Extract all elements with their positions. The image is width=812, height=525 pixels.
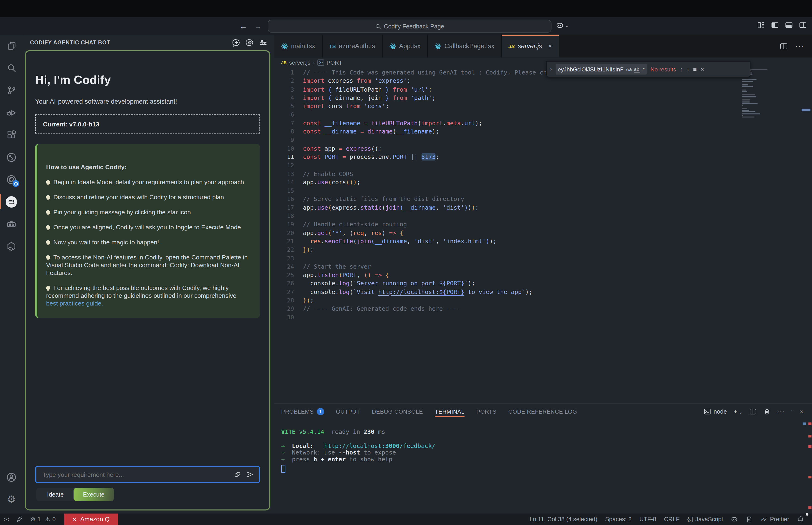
tab-code-reference-log[interactable]: CODE REFERENCE LOG	[508, 404, 577, 419]
cursor-position[interactable]: Ln 11, Col 38 (4 selected)	[526, 513, 601, 525]
close-panel-icon[interactable]: ×	[800, 408, 803, 415]
code-line[interactable]: 4import { dirname, join } from 'path';	[274, 94, 622, 102]
trash-icon[interactable]	[763, 408, 770, 415]
find-input[interactable]: eyJhbGciOiJSUzI1NiIsInF Aa ab .*	[556, 64, 647, 75]
code-line[interactable]: 28});	[274, 296, 622, 304]
editor-more-actions-icon[interactable]: ···	[795, 41, 805, 51]
tab-terminal[interactable]: TERMINAL	[435, 404, 464, 419]
code-line[interactable]: 17app.use(express.static(join(__dirname,…	[274, 203, 622, 212]
file-code-status[interactable]	[742, 513, 756, 525]
close-icon[interactable]: ×	[548, 43, 552, 50]
activitybar-extensions[interactable]	[0, 124, 23, 146]
toggle-replace-icon[interactable]: ›	[550, 65, 552, 73]
code-line[interactable]: 16// Serve static files from the dist di…	[274, 195, 622, 203]
command-center-search[interactable]: Codify Feedback Page	[267, 20, 551, 33]
code-line[interactable]: 30	[274, 313, 622, 321]
tab-app-tsx[interactable]: App.tsx	[383, 35, 428, 58]
line-number[interactable]: 13	[274, 170, 303, 178]
attach-link-icon[interactable]	[233, 471, 241, 479]
activitybar-accounts[interactable]	[0, 466, 23, 488]
copilot-status[interactable]	[727, 513, 742, 525]
tab-azureauth-ts[interactable]: TS azureAuth.ts	[322, 35, 383, 58]
whole-word-icon[interactable]: ab	[634, 66, 639, 72]
terminal-output[interactable]: VITE v5.4.14 ready in 230 ms→ Local: htt…	[281, 429, 435, 473]
activitybar-source-control[interactable]	[0, 79, 23, 102]
tab-output[interactable]: OUTPUT	[336, 404, 360, 419]
code-line[interactable]: 2import express from 'express';	[274, 77, 622, 85]
chat-history-icon[interactable]	[246, 39, 254, 46]
line-number[interactable]: 15	[274, 186, 303, 195]
code-line[interactable]: 20app.get('*', (req, res) => {	[274, 229, 622, 237]
line-number[interactable]: 10	[274, 144, 303, 153]
activitybar-history-tool[interactable]	[0, 168, 23, 191]
tab-debug-console[interactable]: DEBUG CONSOLE	[372, 404, 423, 419]
nav-back-icon[interactable]: ←	[238, 21, 249, 31]
code-line[interactable]: 5import cors from 'cors';	[274, 102, 622, 110]
line-number[interactable]: 11	[274, 153, 303, 161]
code-line[interactable]: 8const __dirname = dirname(__filename);	[274, 127, 622, 136]
new-chat-icon[interactable]	[233, 39, 240, 46]
code-line[interactable]: 11const PORT = process.env.PORT || 5173;	[274, 153, 622, 161]
line-number[interactable]: 27	[274, 288, 303, 296]
code-line[interactable]: 18	[274, 212, 622, 220]
toggle-panel-icon[interactable]	[785, 21, 793, 29]
line-number[interactable]: 2	[274, 77, 303, 85]
line-number[interactable]: 1	[274, 69, 303, 77]
ideate-button[interactable]: Ideate	[36, 487, 75, 501]
code-line[interactable]: 27 console.log(`Visit http://localhost:$…	[274, 288, 622, 296]
breadcrumb-file[interactable]: server.js	[289, 59, 310, 65]
code-line[interactable]: 25app.listen(PORT, () => {	[274, 271, 622, 279]
formatter-status[interactable]: ✓✓ Prettier	[757, 513, 793, 525]
maximize-panel-icon[interactable]: ˆ	[792, 409, 793, 414]
filter-sliders-icon[interactable]	[259, 39, 267, 46]
problems-status[interactable]: ⊗ 1 ⚠ 0	[27, 513, 59, 525]
breadcrumb-symbol[interactable]: PORT	[326, 59, 342, 65]
best-practices-link[interactable]: best practices guide.	[46, 300, 103, 307]
code-line[interactable]: 3import { fileURLToPath } from 'url';	[274, 85, 622, 94]
line-number[interactable]: 16	[274, 195, 303, 203]
line-number[interactable]: 23	[274, 254, 303, 262]
remote-indicator[interactable]: ><	[0, 513, 12, 525]
line-number[interactable]: 8	[274, 127, 303, 136]
code-line[interactable]: 23	[274, 254, 622, 262]
split-editor-icon[interactable]	[780, 42, 787, 50]
code-line[interactable]: 24// Start the server	[274, 262, 622, 271]
code-line[interactable]: 12	[274, 161, 622, 170]
code-line[interactable]: 21 res.sendFile(join(__dirname, 'dist', …	[274, 237, 622, 245]
line-number[interactable]: 20	[274, 229, 303, 237]
code-line[interactable]: 29// ---- GenAI: Generated code ends her…	[274, 304, 622, 313]
panel-more-actions-icon[interactable]: ···	[777, 408, 785, 415]
match-case-icon[interactable]: Aa	[626, 66, 632, 72]
requirement-input[interactable]	[41, 470, 233, 479]
minimap[interactable]	[742, 69, 799, 404]
find-previous-icon[interactable]: ↑	[680, 65, 683, 73]
line-number[interactable]: 5	[274, 102, 303, 110]
tab-server-js[interactable]: JS server.js ×	[502, 35, 559, 58]
nav-forward-icon[interactable]: →	[253, 21, 263, 31]
code-line[interactable]: 6	[274, 110, 622, 119]
code-line[interactable]: 7const __filename = fileURLToPath(import…	[274, 119, 622, 127]
toggle-secondary-sidebar-icon[interactable]	[799, 21, 807, 29]
code-line[interactable]: 9	[274, 136, 622, 144]
language-mode[interactable]: {ₓ} JavaScript	[684, 513, 727, 525]
regex-icon[interactable]: .*	[641, 66, 645, 72]
copilot-menu[interactable]: ⌄	[556, 21, 569, 29]
indentation[interactable]: Spaces: 2	[601, 513, 635, 525]
code-line[interactable]: 13// Enable CORS	[274, 170, 622, 178]
new-terminal-icon[interactable]: + ⌄	[734, 408, 742, 415]
rocket-icon[interactable]	[12, 513, 27, 525]
line-number[interactable]: 29	[274, 304, 303, 313]
eol-sequence[interactable]: CRLF	[660, 513, 683, 525]
activitybar-run-debug[interactable]	[0, 102, 23, 124]
code-line[interactable]: 22});	[274, 245, 622, 254]
tab-main-tsx[interactable]: main.tsx	[274, 35, 322, 58]
tab-ports[interactable]: PORTS	[476, 404, 496, 419]
terminal-shell-select[interactable]: node	[704, 408, 727, 415]
overview-ruler[interactable]	[800, 67, 812, 404]
line-number[interactable]: 21	[274, 237, 303, 245]
code-line[interactable]: 10const app = express();	[274, 144, 622, 153]
line-number[interactable]: 7	[274, 119, 303, 127]
toggle-primary-sidebar-icon[interactable]	[771, 21, 779, 29]
code-editor[interactable]: 1// ---- This Code was generated using G…	[274, 67, 812, 404]
find-next-icon[interactable]: ↓	[686, 65, 689, 73]
